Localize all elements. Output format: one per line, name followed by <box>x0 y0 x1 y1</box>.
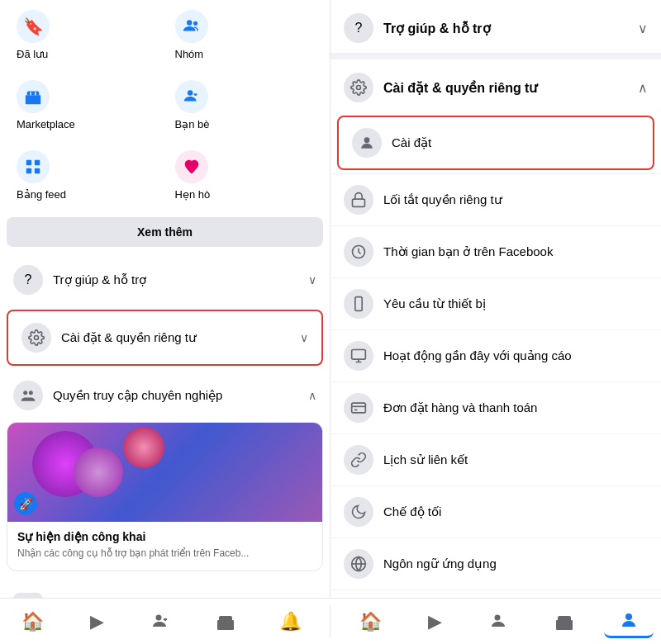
app-language-item[interactable]: Ngôn ngữ ứng dụng <box>330 537 661 590</box>
nav-menu-right[interactable] <box>604 605 654 638</box>
svg-rect-6 <box>26 168 31 173</box>
svg-point-0 <box>187 20 192 25</box>
svg-point-3 <box>187 90 192 95</box>
right-settings-chevron[interactable]: ∧ <box>638 80 648 96</box>
right-help-title: Trợ giúp & hỗ trợ <box>383 21 638 36</box>
link-history-label: Lịch sử liên kết <box>383 452 648 467</box>
grid-item-marketplace[interactable]: Marketplace <box>7 70 165 140</box>
grid-section: 🔖 Đã lưu Nhóm <box>0 0 330 211</box>
saved-icon: 🔖 <box>17 10 50 43</box>
see-more-button[interactable]: Xem thêm <box>7 217 323 247</box>
time-on-fb-icon <box>344 237 373 267</box>
feed-icon <box>17 150 50 183</box>
dating-icon <box>175 150 208 183</box>
help-chevron: ∨ <box>308 273 316 286</box>
ad-activity-icon <box>344 341 373 371</box>
help-section-item[interactable]: ? Trợ giúp & hỗ trợ ∨ <box>0 253 330 306</box>
svg-point-9 <box>23 391 27 395</box>
svg-point-15 <box>357 86 361 90</box>
svg-rect-21 <box>352 403 366 413</box>
svg-rect-20 <box>352 350 366 360</box>
marketplace-label: Marketplace <box>17 118 75 130</box>
svg-point-8 <box>35 336 39 340</box>
promo-card-image: 🚀 <box>7 423 322 522</box>
svg-point-29 <box>625 613 632 620</box>
help-icon: ? <box>13 265 43 295</box>
marketplace-icon <box>17 80 50 113</box>
orders-label: Đơn đặt hàng và thanh toán <box>383 400 648 415</box>
grid-item-saved[interactable]: 🔖 Đã lưu <box>7 0 165 70</box>
right-settings-header[interactable]: Cài đặt & quyền riêng tư ∧ <box>330 59 661 112</box>
nav-marketplace-right[interactable] <box>540 605 589 638</box>
settings-label: Cài đặt & quyền riêng tư <box>61 330 300 345</box>
svg-rect-19 <box>355 297 362 311</box>
settings-menu-icon <box>352 128 382 158</box>
pro-icon <box>13 381 43 410</box>
nav-video-left[interactable]: ▶ <box>72 605 121 638</box>
grid-item-groups[interactable]: Nhóm <box>165 0 324 70</box>
right-help-icon: ? <box>344 13 373 43</box>
settings-menu-item[interactable]: Cài đặt <box>337 116 654 170</box>
right-settings-title: Cài đặt & quyền riêng tư <box>383 80 638 96</box>
nav-home-right[interactable]: 🏠 <box>346 605 396 638</box>
privacy-shortcut-label: Lối tắt quyền riêng tư <box>383 192 648 207</box>
friends-label: Bạn bè <box>175 118 210 130</box>
right-settings-section: Cài đặt & quyền riêng tư ∧ Cài đặt <box>330 59 661 642</box>
nav-video-right[interactable]: ▶ <box>411 605 460 638</box>
svg-rect-2 <box>26 95 40 104</box>
dark-mode-icon <box>344 497 373 527</box>
feed-label: Bảng feed <box>17 188 66 201</box>
grid-item-friends[interactable]: Bạn bè <box>165 70 324 140</box>
help-label: Trợ giúp & hỗ trợ <box>53 272 308 287</box>
pro-section-item[interactable]: Quyền truy cập chuyên nghiệp ∧ <box>0 369 330 422</box>
promo-card-title: Sự hiện diện công khai <box>17 530 312 543</box>
orders-item[interactable]: Đơn đặt hàng và thanh toán <box>330 381 661 433</box>
right-help-chevron[interactable]: ∨ <box>638 21 648 36</box>
link-history-item[interactable]: Lịch sử liên kết <box>330 433 661 485</box>
grid-item-feed[interactable]: Bảng feed <box>7 140 165 211</box>
left-panel: 🔖 Đã lưu Nhóm <box>0 0 330 644</box>
nav-home-left[interactable]: 🏠 <box>7 605 57 638</box>
promo-card-desc: Nhận các công cụ hỗ trợ bạn phát triển t… <box>17 547 312 561</box>
right-help-header[interactable]: ? Trợ giúp & hỗ trợ ∨ <box>330 0 661 53</box>
promo-card-body: Sự hiện diện công khai Nhận các công cụ … <box>7 522 322 571</box>
bottom-nav: 🏠 ▶ 🔔 🏠 ▶ <box>0 598 661 644</box>
nav-marketplace-left[interactable] <box>201 605 250 638</box>
time-on-fb-label: Thời gian bạn ở trên Facebook <box>383 244 648 259</box>
groups-label: Nhóm <box>175 48 204 60</box>
orders-icon <box>344 393 373 423</box>
dark-mode-label: Chế độ tối <box>383 504 648 519</box>
dark-mode-item[interactable]: Chế độ tối <box>330 485 661 537</box>
friends-icon <box>175 80 208 113</box>
nav-notification-left[interactable]: 🔔 <box>265 605 315 638</box>
svg-rect-5 <box>35 160 40 165</box>
device-req-item[interactable]: Yêu cầu từ thiết bị <box>330 277 661 329</box>
device-req-icon <box>344 289 373 319</box>
svg-point-16 <box>364 137 370 143</box>
right-help-section: ? Trợ giúp & hỗ trợ ∨ <box>330 0 661 53</box>
app-language-label: Ngôn ngữ ứng dụng <box>383 556 648 571</box>
svg-point-1 <box>193 21 197 26</box>
ad-activity-item[interactable]: Hoạt động gần đây với quảng cáo <box>330 329 661 381</box>
settings-chevron: ∨ <box>300 331 308 344</box>
saved-label: Đã lưu <box>17 48 48 60</box>
grid-item-dating[interactable]: Hẹn hò <box>165 140 324 211</box>
ad-activity-label: Hoạt động gần đây với quảng cáo <box>383 348 648 363</box>
nav-friends-right[interactable] <box>475 605 525 638</box>
pro-label: Quyền truy cập chuyên nghiệp <box>53 388 308 403</box>
promo-card[interactable]: 🚀 Sự hiện diện công khai Nhận các công c… <box>7 422 323 571</box>
privacy-shortcut-icon <box>344 185 373 215</box>
time-on-fb-item[interactable]: Thời gian bạn ở trên Facebook <box>330 225 661 277</box>
right-panel: ? Trợ giúp & hỗ trợ ∨ Cài đặt & quyền ri… <box>330 0 661 644</box>
nav-friends-left[interactable] <box>136 605 186 638</box>
settings-section-item[interactable]: Cài đặt & quyền riêng tư ∨ <box>7 310 323 366</box>
svg-point-25 <box>156 614 162 620</box>
nav-divider <box>330 605 330 638</box>
right-settings-icon <box>344 73 373 102</box>
groups-icon <box>175 10 208 43</box>
settings-icon <box>21 323 51 353</box>
privacy-shortcut-item[interactable]: Lối tắt quyền riêng tư <box>330 173 661 225</box>
device-req-label: Yêu cầu từ thiết bị <box>383 296 648 311</box>
svg-rect-4 <box>26 160 31 165</box>
svg-point-27 <box>494 614 500 620</box>
